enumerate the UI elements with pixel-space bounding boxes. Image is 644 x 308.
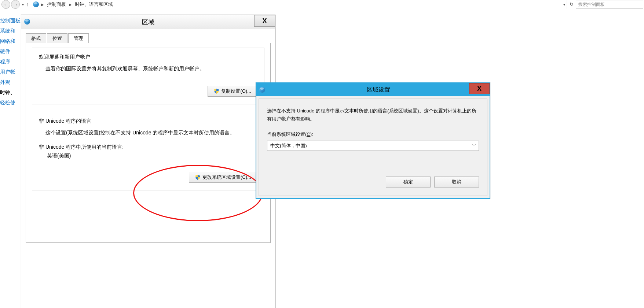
button-label: 复制设置(O)... — [221, 88, 251, 94]
dialog-button-row: 确定 取消 — [267, 177, 479, 188]
locale-settings-dialog: 区域设置 X 选择在不支持 Unicode 的程序中显示文本时所使用的语言(系统… — [256, 82, 490, 199]
label-part: 当前系统区域设置( — [267, 131, 307, 137]
group-title: 非 Unicode 程序的语言 — [39, 118, 257, 125]
close-button[interactable]: X — [469, 83, 490, 94]
region-dialog-body: 格式 位置 管理 欢迎屏幕和新用户帐户 查看你的国际设置并将其复制到欢迎屏幕、系… — [21, 29, 275, 246]
sidebar-item-active[interactable]: 时钟、 — [0, 89, 22, 96]
search-input[interactable]: 搜索控制面板 — [576, 0, 643, 9]
locale-dialog-titlebar[interactable]: 区域设置 X — [256, 83, 490, 96]
globe-icon — [24, 19, 30, 25]
shield-icon — [214, 89, 219, 94]
sidebar-item[interactable]: 硬件 — [0, 48, 22, 55]
sidebar-item[interactable]: 轻松使 — [0, 100, 22, 106]
sidebar-item[interactable]: 网络和 — [0, 38, 22, 45]
tabs: 格式 位置 管理 — [26, 33, 271, 43]
forward-button[interactable]: → — [11, 0, 20, 9]
locale-dialog-desc: 选择在不支持 Unicode 的程序中显示文本时所使用的语言(系统区域设置)。这… — [267, 107, 479, 123]
sidebar-item[interactable]: 系统和 — [0, 28, 22, 34]
breadcrumb-item[interactable]: 时钟、语言和区域 — [75, 1, 113, 8]
globe-icon — [33, 1, 39, 7]
region-dialog-title: 区域 — [142, 18, 154, 26]
change-system-locale-button[interactable]: 更改系统区域设置(C)... — [189, 172, 257, 183]
sidebar-item[interactable]: 用户帐 — [0, 69, 22, 75]
chevron-right-icon: ▶ — [41, 3, 44, 7]
breadcrumb[interactable]: ▶ 控制面板 ▶ 时钟、语言和区域 — [41, 1, 113, 8]
explorer-topbar: ← → ▾ ↑ ▶ 控制面板 ▶ 时钟、语言和区域 ▾ ↻ 搜索控制面板 — [0, 0, 644, 9]
locale-dialog-title: 区域设置 — [267, 86, 490, 94]
cancel-button[interactable]: 取消 — [434, 177, 479, 188]
current-locale-label: 当前系统区域设置(C): — [267, 131, 313, 137]
group-desc: 这个设置(系统区域设置)控制在不支持 Unicode 的程序中显示文本时所使用的… — [45, 128, 257, 137]
refresh-button[interactable]: ↻ — [567, 0, 576, 9]
chevron-down-icon: ﹀ — [472, 142, 476, 149]
nav-arrows: ← → ▾ ↑ — [0, 0, 33, 9]
shield-icon — [195, 175, 200, 180]
locale-select-value: 中文(简体，中国) — [270, 142, 307, 149]
group-welcome-screen: 欢迎屏幕和新用户帐户 查看你的国际设置并将其复制到欢迎屏幕、系统帐户和新的用户帐… — [32, 48, 264, 104]
address-dropdown-icon[interactable]: ▾ — [563, 3, 565, 7]
label-underline: C — [307, 131, 310, 137]
chevron-right-icon: ▶ — [69, 3, 72, 7]
sidebar: 控制面板 系统和 网络和 硬件 程序 用户帐 外观 时钟、 轻松使 — [0, 18, 22, 110]
sidebar-item[interactable]: 程序 — [0, 59, 22, 65]
tab-admin[interactable]: 管理 — [68, 33, 89, 43]
region-dialog: 区域 X 格式 位置 管理 欢迎屏幕和新用户帐户 查看你的国际设置并将其复制到欢… — [21, 15, 275, 308]
button-label: 确定 — [403, 179, 413, 185]
up-button[interactable]: ↑ — [26, 1, 29, 7]
group-desc: 查看你的国际设置并将其复制到欢迎屏幕、系统帐户和新的用户帐户。 — [45, 64, 257, 73]
button-label: 更改系统区域设置(C)... — [202, 174, 251, 181]
current-language-value: 英语(美国) — [47, 153, 257, 159]
tab-location[interactable]: 位置 — [47, 33, 67, 43]
breadcrumb-item[interactable]: 控制面板 — [47, 1, 66, 8]
group-title: 欢迎屏幕和新用户帐户 — [39, 54, 257, 60]
sidebar-item[interactable]: 控制面板 — [0, 18, 22, 24]
globe-icon — [259, 87, 265, 93]
tab-format[interactable]: 格式 — [26, 33, 46, 43]
history-dropdown-icon[interactable]: ▾ — [22, 3, 24, 7]
group-non-unicode: 非 Unicode 程序的语言 这个设置(系统区域设置)控制在不支持 Unico… — [32, 112, 264, 190]
copy-settings-button[interactable]: 复制设置(O)... — [208, 86, 257, 97]
topbar-right: ▾ ↻ 搜索控制面板 — [562, 0, 644, 9]
current-language-label: 非 Unicode 程序中所使用的当前语言: — [39, 144, 257, 151]
back-button[interactable]: ← — [1, 0, 10, 9]
sidebar-item[interactable]: 外观 — [0, 79, 22, 86]
close-button[interactable]: X — [254, 15, 275, 27]
label-part: ): — [310, 131, 313, 137]
locale-dialog-body: 选择在不支持 Unicode 的程序中显示文本时所使用的语言(系统区域设置)。这… — [259, 99, 487, 196]
tab-pane-admin: 欢迎屏幕和新用户帐户 查看你的国际设置并将其复制到欢迎屏幕、系统帐户和新的用户帐… — [26, 43, 271, 243]
locale-select[interactable]: 中文(简体，中国) ﹀ — [267, 141, 479, 151]
ok-button[interactable]: 确定 — [386, 177, 431, 188]
region-dialog-titlebar[interactable]: 区域 X — [21, 15, 275, 29]
button-label: 取消 — [452, 179, 461, 185]
